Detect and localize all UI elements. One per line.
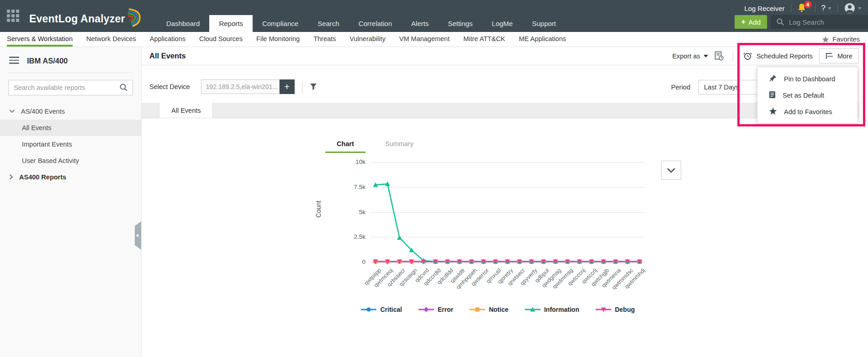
nav-item-dashboard[interactable]: Dashboard	[157, 15, 209, 32]
search-icon[interactable]	[120, 84, 127, 91]
report-tabstrip: All Events	[142, 103, 859, 118]
sidebar-item-as-400-events[interactable]: AS/400 Events	[0, 103, 141, 120]
y-tick-label: 7.5k	[343, 184, 365, 190]
nav-item-support[interactable]: Support	[522, 15, 566, 32]
nav-item-reports[interactable]: Reports	[209, 15, 253, 32]
pin-icon	[769, 74, 777, 84]
subnav-item-threats[interactable]: Threats	[313, 32, 336, 47]
page-title: All Events	[149, 52, 186, 60]
scheduled-reports-button[interactable]: Scheduled Reports	[743, 52, 813, 60]
log-search-box[interactable]: Log Search	[771, 15, 868, 29]
more-button[interactable]: More	[819, 48, 859, 63]
report-sidebar: IBM AS/400 AS/400 EventsAll EventsImport…	[0, 47, 142, 357]
sidebar-title: IBM AS/400	[27, 57, 68, 65]
app-logo-text: EventLog Analyzer	[29, 13, 125, 25]
subnav-item-applications[interactable]: Applications	[150, 32, 185, 47]
menu-item-add-to-favorites[interactable]: Add to Favorites	[757, 104, 857, 120]
more-options-icon	[826, 52, 833, 60]
avatar-icon	[844, 2, 856, 14]
divider	[815, 5, 815, 12]
period-label: Period	[671, 84, 690, 91]
filter-funnel-icon[interactable]	[310, 83, 317, 90]
export-as-dropdown[interactable]: Export as	[672, 52, 708, 60]
subnav-item-mitre-att-ck[interactable]: Mitre ATT&CK	[463, 32, 505, 47]
y-axis-label: Count	[315, 200, 322, 217]
nav-item-search[interactable]: Search	[308, 15, 349, 32]
legend-item-debug[interactable]: Debug	[596, 306, 635, 313]
add-device-button[interactable]: +	[280, 79, 295, 94]
star-icon	[769, 107, 777, 116]
chevron-down-icon	[828, 7, 831, 10]
nav-item-compliance[interactable]: Compliance	[253, 15, 308, 32]
report-search-input[interactable]	[14, 84, 120, 91]
nav-item-correlation[interactable]: Correlation	[349, 15, 402, 32]
divider	[837, 5, 838, 12]
nav-item-settings[interactable]: Settings	[438, 15, 482, 32]
user-menu[interactable]	[844, 2, 862, 14]
legend-marker-icon	[418, 306, 434, 313]
chart-collapse-button[interactable]	[661, 161, 681, 180]
tab-chart[interactable]: Chart	[325, 140, 365, 153]
subnav-item-cloud-sources[interactable]: Cloud Sources	[199, 32, 243, 47]
legend-marker-icon	[525, 306, 540, 313]
sidebar-item-as400-reports[interactable]: AS400 Reports	[0, 169, 141, 185]
filter-row: Select Device 192.189.2.5,ela-win201... …	[142, 65, 859, 103]
app-logo: EventLog Analyzer	[29, 8, 143, 30]
subnav-item-vulnerability[interactable]: Vulnerability	[349, 32, 385, 47]
help-icon: ?	[821, 4, 826, 13]
sidebar-collapse-icon[interactable]	[9, 57, 19, 66]
chart-view-tabs: Chart Summary	[325, 140, 419, 153]
y-tick-label: 5k	[343, 209, 365, 215]
legend-item-error[interactable]: Error	[418, 306, 453, 313]
plus-icon: +	[741, 17, 746, 26]
nav-item-alerts[interactable]: Alerts	[402, 15, 438, 32]
divider	[8, 73, 133, 73]
device-input[interactable]: 192.189.2.5,ela-win201...	[201, 79, 280, 94]
add-button[interactable]: + Add	[735, 15, 767, 29]
more-dropdown-menu: Pin to DashboardSet as DefaultAdd to Fav…	[757, 67, 858, 124]
sidebar-item-important-events[interactable]: Important Events	[0, 136, 141, 152]
sidebar-item-user-based-activity[interactable]: User Based Activity	[0, 152, 141, 169]
sidebar-collapse-handle[interactable]	[135, 221, 141, 250]
search-icon	[777, 18, 784, 26]
favorites-button[interactable]: Favorites	[822, 32, 860, 47]
notifications-bell-icon[interactable]: 4	[797, 3, 809, 14]
y-tick-label: 0	[343, 258, 365, 265]
chevron-down-icon	[704, 55, 708, 58]
tab-summary[interactable]: Summary	[379, 140, 419, 153]
y-tick-label: 2.5k	[343, 233, 365, 240]
menu-item-set-as-default[interactable]: Set as Default	[757, 87, 857, 104]
star-icon	[822, 36, 829, 43]
subnav-item-vm-management[interactable]: VM Management	[399, 32, 450, 47]
export-schedule-icon[interactable]	[715, 51, 724, 61]
chevron-right-icon	[9, 174, 13, 180]
chevron-down-icon	[667, 168, 676, 173]
main-nav: DashboardReportsComplianceSearchCorrelat…	[157, 15, 566, 32]
subnav-item-network-devices[interactable]: Network Devices	[86, 32, 136, 47]
log-receiver-link[interactable]: Log Receiver	[744, 5, 784, 12]
legend-item-critical[interactable]: Critical	[361, 306, 402, 313]
subnav-item-me-applications[interactable]: ME Applications	[519, 32, 566, 47]
top-header: EventLog Analyzer DashboardReportsCompli…	[0, 0, 868, 32]
notification-badge: 4	[804, 1, 812, 8]
subnav-item-file-monitoring[interactable]: File Monitoring	[256, 32, 300, 47]
sidebar-item-all-events[interactable]: All Events	[0, 120, 141, 136]
logo-swoosh-icon	[127, 8, 143, 30]
help-menu[interactable]: ?	[821, 4, 831, 13]
header-utilities: Log Receiver 4 ?	[744, 2, 862, 14]
plot-area: 10k7.5k5k2.5k0qwtpiippqwtmceojqzbssecrqz…	[370, 162, 645, 262]
chevron-down-icon	[9, 109, 15, 113]
legend-item-notice[interactable]: Notice	[470, 306, 508, 313]
report-search-box	[8, 80, 133, 95]
chart-area: Count 10k7.5k5k2.5k0qwtpiippqwtmceojqzbs…	[338, 162, 658, 262]
document-icon	[769, 91, 776, 100]
tab-all-events[interactable]: All Events	[159, 103, 213, 118]
menu-item-pin-to-dashboard[interactable]: Pin to Dashboard	[757, 70, 857, 87]
subnav-item-servers-workstation[interactable]: Servers & Workstation	[7, 32, 73, 47]
nav-item-logme[interactable]: LogMe	[482, 15, 523, 32]
app-launcher-icon[interactable]	[7, 10, 21, 22]
report-tree: AS/400 EventsAll EventsImportant EventsU…	[0, 103, 141, 185]
legend-item-information[interactable]: Information	[525, 306, 579, 313]
divider	[791, 5, 791, 12]
legend-marker-icon	[470, 306, 485, 313]
